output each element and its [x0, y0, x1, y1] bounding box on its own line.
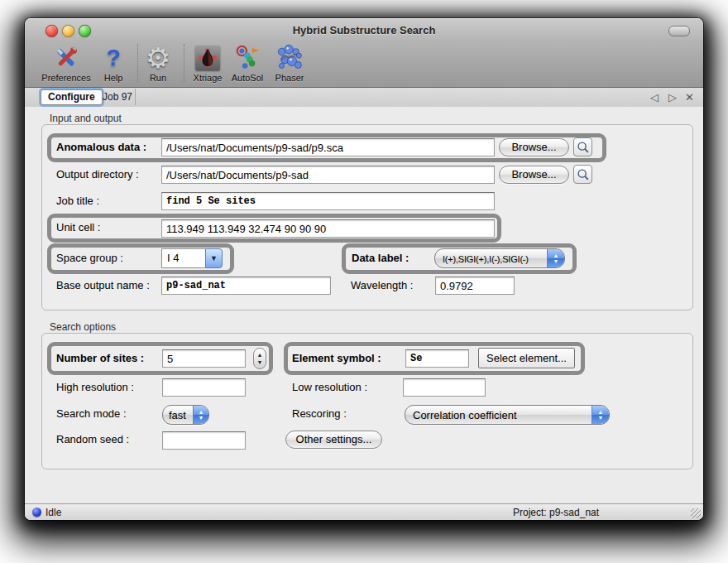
status-orb-icon	[32, 508, 41, 517]
tab-bar: Configure Job 97 ◁ ▷ ✕	[25, 88, 703, 108]
title-bar[interactable]: Hybrid Substructure Search	[25, 18, 703, 41]
low-res-label: Low resolution :	[292, 380, 367, 395]
run-label: Run	[140, 73, 176, 83]
wavelength-label: Wavelength :	[351, 278, 413, 293]
autosol-icon	[228, 43, 267, 73]
project-text: Project: p9-sad_nat	[513, 507, 599, 518]
browse-output-dir-button[interactable]: Browse...	[499, 166, 569, 184]
toolbar-separator	[184, 44, 184, 82]
xtriage-label: Xtriage	[187, 73, 228, 83]
preferences-label: Preferences	[40, 73, 93, 83]
help-label: Help	[95, 73, 132, 83]
phaser-button[interactable]: phaser Phaser	[271, 43, 309, 86]
autosol-button[interactable]: AutoSol	[228, 43, 267, 86]
resize-grip[interactable]	[691, 508, 701, 518]
num-sites-input[interactable]	[162, 349, 246, 368]
select-element-button[interactable]: Select element...	[478, 348, 575, 368]
toolbar-toggle-button[interactable]	[668, 26, 690, 36]
preferences-icon	[40, 43, 93, 73]
low-res-input[interactable]	[403, 378, 486, 397]
search-section-title: Search options	[50, 321, 116, 333]
tab-job-97[interactable]: Job 97	[99, 90, 136, 104]
random-seed-input[interactable]	[162, 431, 246, 450]
preview-anomalous-button[interactable]	[573, 137, 592, 156]
help-button[interactable]: ? Help	[95, 43, 132, 86]
element-symbol-input[interactable]	[405, 349, 469, 368]
phaser-label: Phaser	[271, 73, 309, 83]
job-title-input[interactable]	[161, 192, 495, 210]
status-text: Idle	[46, 507, 61, 518]
window-title: Hybrid Substructure Search	[25, 24, 703, 36]
high-res-input[interactable]	[162, 378, 246, 397]
status-bar: Idle Project: p9-sad_nat	[25, 503, 703, 520]
xtriage-button[interactable]: Xtriage	[187, 43, 228, 86]
output-dir-label: Output directory :	[56, 167, 139, 182]
popup-stepper-icon: ▲▼	[193, 406, 208, 424]
num-sites-stepper[interactable]: ▲▼	[253, 348, 266, 369]
high-res-label: High resolution :	[56, 380, 134, 395]
xtriage-icon	[187, 43, 228, 73]
wavelength-input[interactable]	[435, 277, 515, 295]
toolbar-separator	[137, 44, 138, 82]
search-mode-value: fast	[169, 406, 186, 424]
random-seed-label: Random seed :	[56, 432, 129, 447]
browse-anomalous-button[interactable]: Browse...	[499, 138, 569, 156]
magnifier-icon	[576, 140, 591, 155]
tab-separator	[135, 89, 136, 105]
rescoring-label: Rescoring :	[292, 407, 347, 421]
close-tab-icon[interactable]: ✕	[685, 90, 694, 104]
toolbar: Preferences ? Help ⚙ Run	[25, 41, 703, 88]
base-output-input[interactable]	[161, 277, 331, 295]
job-title-label: Job title :	[56, 194, 99, 209]
search-mode-label: Search mode :	[56, 407, 127, 421]
run-button[interactable]: ⚙ Run	[140, 43, 176, 86]
data-label-popup[interactable]: I(+),SIGI(+),I(-),SIGI(-) ▲▼	[434, 248, 565, 268]
tab-configure[interactable]: Configure	[41, 89, 103, 105]
configure-panel: Input and output Anomalous data : Browse…	[25, 107, 703, 503]
rescoring-value: Correlation coefficient	[413, 406, 517, 424]
phaser-icon: phaser	[271, 43, 309, 73]
help-icon: ?	[95, 43, 132, 73]
space-group-dropdown-icon[interactable]: ▼	[205, 248, 223, 268]
autosol-label: AutoSol	[228, 73, 267, 83]
element-symbol-label: Element symbol :	[292, 351, 381, 366]
data-label-label: Data label :	[352, 251, 409, 266]
prev-tab-icon[interactable]: ◁	[650, 90, 659, 104]
run-gear-icon: ⚙	[140, 43, 176, 73]
popup-stepper-icon: ▲▼	[592, 406, 609, 424]
next-tab-icon[interactable]: ▷	[668, 90, 677, 104]
data-label-value: I(+),SIGI(+),I(-),SIGI(-)	[443, 249, 529, 267]
anomalous-data-label: Anomalous data :	[56, 140, 146, 155]
search-mode-popup[interactable]: fast ▲▼	[162, 405, 209, 425]
preview-output-dir-button[interactable]	[573, 165, 592, 184]
magnifier-icon	[576, 167, 591, 182]
output-dir-input[interactable]	[161, 166, 495, 184]
space-group-label: Space group :	[56, 251, 123, 266]
base-output-label: Base output name :	[56, 278, 150, 293]
preferences-button[interactable]: Preferences	[40, 43, 93, 86]
num-sites-label: Number of sites :	[56, 351, 144, 366]
other-settings-button[interactable]: Other settings...	[285, 431, 382, 449]
unit-cell-input[interactable]	[161, 219, 495, 238]
app-window: Hybrid Substructure Search Preferences ?…	[25, 18, 703, 520]
anomalous-data-input[interactable]	[161, 138, 495, 156]
io-section-title: Input and output	[50, 113, 122, 124]
unit-cell-label: Unit cell :	[56, 220, 100, 235]
rescoring-popup[interactable]: Correlation coefficient ▲▼	[405, 405, 610, 425]
space-group-value[interactable]: I 4	[161, 248, 205, 268]
popup-stepper-icon: ▲▼	[547, 249, 564, 267]
